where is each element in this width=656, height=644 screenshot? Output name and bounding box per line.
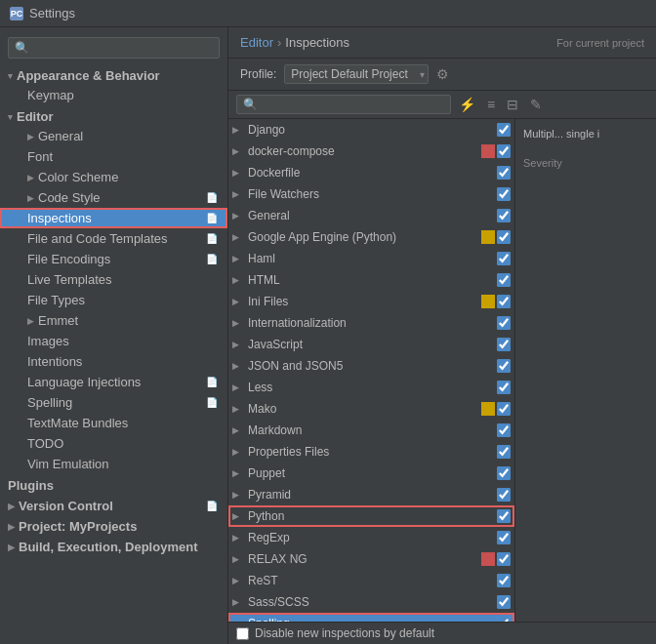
sidebar-item-file-encodings[interactable]: File Encodings 📄 [0,249,227,269]
sidebar-item-keymap[interactable]: Keymap [0,85,227,105]
inspection-checkbox[interactable] [497,381,511,394]
sidebar-item-language-injections[interactable]: Language Injections 📄 [0,372,227,392]
inspection-checkbox[interactable] [497,402,511,416]
inspection-row-docker-compose[interactable]: ▶ docker-compose [228,141,514,162]
chevron-right-icon: ▶ [232,168,248,178]
inspection-checkbox[interactable] [497,123,511,137]
inspection-row-relax-ng[interactable]: ▶ RELAX NG [228,548,514,570]
inspection-row-ini-files[interactable]: ▶ Ini Files [228,291,514,312]
sidebar-item-plugins[interactable]: Plugins [0,474,227,495]
color-swatch [481,252,495,265]
sidebar-item-project[interactable]: ▶ Project: MyProjects [0,515,227,536]
inspection-row-file-watchers[interactable]: ▶ File Watchers [228,183,514,205]
inspection-row-regexp[interactable]: ▶ RegExp [228,527,514,548]
inspection-checkbox[interactable] [497,144,511,158]
inspection-row-markdown[interactable]: ▶ Markdown [228,420,514,441]
inspection-row-javascript[interactable]: ▶ JavaScript [228,334,514,355]
inspection-checkbox[interactable] [497,209,511,222]
sidebar-search-input[interactable] [8,37,220,59]
sidebar-item-emmet[interactable]: ▶ Emmet [0,310,227,331]
profile-select[interactable]: Project Default Project [284,64,429,84]
sidebar-item-vim-emulation[interactable]: Vim Emulation [0,454,227,474]
edit-button[interactable]: ✎ [526,95,546,114]
collapse-all-button[interactable]: ⊟ [503,95,522,114]
sidebar-label-emmet: Emmet [38,313,78,328]
sidebar-item-color-scheme[interactable]: ▶ Color Scheme [0,167,227,187]
inspection-row-sass-scss[interactable]: ▶ Sass/SCSS [228,591,514,613]
sidebar-item-appearance[interactable]: ▾ Appearance & Behavior [0,64,227,85]
profile-label: Profile: [240,67,276,81]
color-swatch [481,509,495,523]
sidebar-label-file-encodings: File Encodings [27,252,110,266]
inspection-row-puppet[interactable]: ▶ Puppet [228,463,514,484]
sidebar-item-editor[interactable]: ▾ Editor [0,105,227,126]
profile-bar: Profile: Project Default Project ⚙ [228,59,656,91]
inspection-checkbox[interactable] [497,445,511,459]
sidebar-item-todo[interactable]: TODO [0,433,227,454]
inspection-checkbox[interactable] [497,488,511,502]
inspection-checkbox[interactable] [497,252,511,265]
chevron-right-icon: ▶ [232,468,248,478]
chevron-right-icon: ▶ [232,554,248,564]
sidebar-search-bar[interactable] [0,31,227,64]
sidebar-item-live-templates[interactable]: Live Templates [0,269,227,290]
inspection-checkbox[interactable] [497,338,511,351]
inspection-row-json[interactable]: ▶ JSON and JSON5 [228,355,514,377]
sidebar-item-images[interactable]: Images [0,331,227,351]
sidebar-item-build[interactable]: ▶ Build, Execution, Deployment [0,536,227,556]
inspection-checkbox[interactable] [497,552,511,566]
inspection-row-mako[interactable]: ▶ Mako [228,398,514,420]
inspection-row-dockerfile[interactable]: ▶ Dockerfile [228,162,514,183]
sidebar-item-file-types[interactable]: File Types [0,290,227,310]
inspection-checkbox[interactable] [497,187,511,201]
inspection-row-less[interactable]: ▶ Less [228,377,514,398]
chevron-right-icon: ▶ [232,511,248,521]
sidebar-item-version-control[interactable]: ▶ Version Control 📄 [0,495,227,515]
inspection-checkbox[interactable] [497,273,511,287]
inspection-checkbox[interactable] [497,316,511,330]
inspection-row-properties-files[interactable]: ▶ Properties Files [228,441,514,463]
inspection-row-spelling[interactable]: ▾ Spelling [228,613,514,622]
inspection-row-django[interactable]: ▶ Django [228,119,514,141]
color-swatch [481,295,495,308]
profile-select-wrap[interactable]: Project Default Project [284,64,429,84]
inspection-row-haml[interactable]: ▶ Haml [228,248,514,269]
inspection-row-python[interactable]: ▶ Python [228,505,514,527]
inspection-checkbox[interactable] [497,595,511,609]
inspection-checkbox[interactable] [497,230,511,244]
gear-icon[interactable]: ⚙ [436,66,449,82]
inspection-row-google-app-engine[interactable]: ▶ Google App Engine (Python) [228,226,514,248]
expand-all-button[interactable]: ≡ [483,95,499,114]
sidebar-item-textmate-bundles[interactable]: TextMate Bundles [0,413,227,433]
breadcrumb-editor[interactable]: Editor [240,35,273,50]
color-swatch [481,574,495,587]
inspection-label: General [248,209,481,222]
sidebar-item-intentions[interactable]: Intentions [0,351,227,372]
sidebar-item-inspections[interactable]: Inspections 📄 [0,208,227,228]
inspection-checkbox[interactable] [497,295,511,308]
inspection-checkbox[interactable] [497,423,511,437]
sidebar-item-font[interactable]: Font [0,146,227,167]
sidebar-item-code-style[interactable]: ▶ Code Style 📄 [0,187,227,208]
inspection-checkbox[interactable] [497,466,511,480]
inspection-checkbox[interactable] [497,574,511,587]
inspection-checkbox[interactable] [497,166,511,180]
inspections-search-input[interactable] [236,95,451,114]
inspection-row-pyramid[interactable]: ▶ Pyramid [228,484,514,505]
disable-new-inspections-checkbox[interactable] [236,627,249,640]
sidebar-item-spelling[interactable]: Spelling 📄 [0,392,227,413]
inspection-row-general[interactable]: ▶ General [228,205,514,226]
sidebar-label-live-templates: Live Templates [27,272,111,287]
inspection-checkbox[interactable] [497,509,511,523]
inspection-checkbox[interactable] [497,531,511,544]
inspection-row-rest[interactable]: ▶ ReST [228,570,514,591]
filter-button[interactable]: ⚡ [455,95,479,114]
inspection-row-html[interactable]: ▶ HTML [228,269,514,291]
inspection-row-internationalization[interactable]: ▶ Internationalization [228,312,514,334]
disable-new-inspections-label: Disable new inspections by default [255,626,434,640]
sidebar-label-keymap: Keymap [27,88,74,102]
sidebar-item-file-code-templates[interactable]: File and Code Templates 📄 [0,228,227,249]
inspection-checkbox[interactable] [497,359,511,373]
sidebar-label-inspections: Inspections [27,211,92,225]
sidebar-item-general[interactable]: ▶ General [0,126,227,146]
